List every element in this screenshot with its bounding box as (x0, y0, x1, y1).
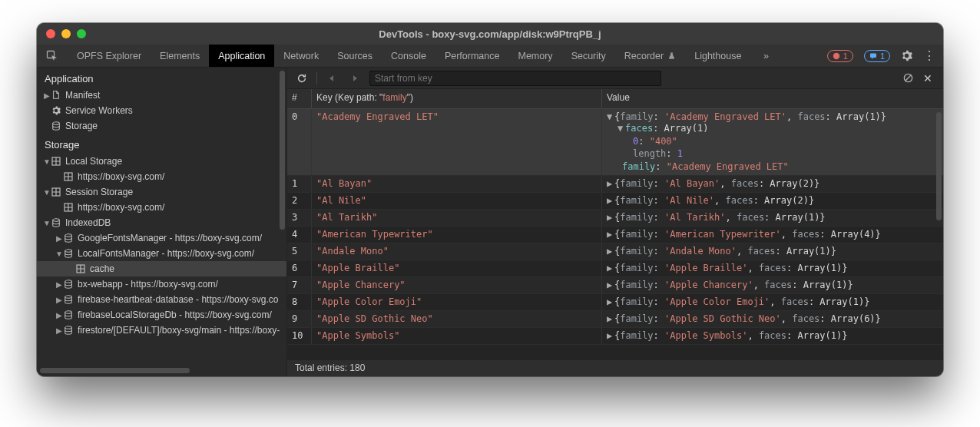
sidebar-footer (37, 362, 286, 376)
sidebar-item[interactable]: https://boxy-svg.com/ (37, 169, 286, 184)
chevron-right-icon[interactable]: ▶ (55, 280, 63, 289)
chevron-down-icon[interactable]: ▼ (43, 188, 51, 197)
tab-elements[interactable]: Elements (151, 45, 209, 67)
chevron-right-icon[interactable]: ▶ (55, 311, 63, 319)
sidebar-item-label: GoogleFontsManager - https://boxy-svg.co… (78, 233, 262, 243)
chevron-right-icon[interactable]: ▶ (55, 234, 63, 243)
chevron-right-icon[interactable]: ▶ (43, 91, 51, 100)
sidebar-item[interactable]: ▼Local Storage (37, 154, 286, 169)
grid-footer: Total entries: 180 (287, 359, 943, 376)
header-value[interactable]: Value (602, 89, 943, 108)
message-badge[interactable]: 1 (864, 50, 890, 62)
sidebar-item[interactable]: Service Workers (37, 103, 286, 118)
table-row[interactable]: 2"Al Nile"▶{family: 'Al Nile', faces: Ar… (287, 193, 943, 210)
row-value: ▶{family: 'American Typewriter', faces: … (602, 227, 943, 243)
sidebar-item[interactable]: https://boxy-svg.com/ (37, 200, 286, 215)
row-index: 8 (287, 294, 312, 310)
chevron-right-icon[interactable]: ▶ (55, 326, 63, 335)
sidebar-item[interactable]: ▼IndexedDB (37, 215, 286, 230)
prev-page-button[interactable] (323, 70, 340, 87)
content-pane: ✕ # Key (Key path: "family") Value 0"Aca… (287, 68, 943, 376)
total-entries-label: Total entries: 180 (295, 362, 365, 373)
row-value: ▶{family: 'Al Tarikh', faces: Array(1)} (602, 210, 943, 226)
header-key[interactable]: Key (Key path: "family") (312, 89, 602, 108)
tab-console[interactable]: Console (382, 45, 435, 67)
tab-network[interactable]: Network (274, 45, 328, 67)
chevron-down-icon[interactable]: ▼ (43, 219, 51, 227)
next-page-button[interactable] (346, 70, 363, 87)
svg-point-12 (65, 280, 72, 283)
main-area: Application▶ManifestService WorkersStora… (37, 68, 943, 376)
chevron-down-icon[interactable]: ▼ (55, 250, 63, 258)
row-index: 9 (287, 311, 312, 327)
delete-selected-button[interactable]: ✕ (923, 72, 932, 84)
db-icon (63, 279, 74, 290)
db-icon (51, 217, 61, 228)
tab-application[interactable]: Application (209, 45, 274, 67)
table-row[interactable]: 1"Al Bayan"▶{family: 'Al Bayan', faces: … (287, 176, 943, 193)
sidebar-item[interactable]: ▼LocalFontsManager - https://boxy-svg.co… (37, 246, 286, 261)
table-row[interactable]: 4"American Typewriter"▶{family: 'America… (287, 227, 943, 243)
table-row[interactable]: 0"Academy Engraved LET"▼{family: 'Academ… (287, 109, 943, 176)
table-row[interactable]: 7"Apple Chancery"▶{family: 'Apple Chance… (287, 277, 943, 294)
flask-icon (667, 51, 676, 60)
grid-icon (75, 263, 86, 274)
grid-icon (51, 156, 61, 167)
settings-button[interactable] (901, 50, 912, 61)
tab-memory[interactable]: Memory (508, 45, 561, 67)
tab-opfs-explorer[interactable]: OPFS Explorer (68, 45, 151, 67)
sidebar-item[interactable]: ▶firebase-heartbeat-database - https://b… (37, 292, 286, 307)
grid-scrollbar[interactable] (936, 112, 942, 220)
sidebar-item[interactable]: Storage (37, 118, 286, 134)
sidebar-item[interactable]: ▶bx-webapp - https://boxy-svg.com/ (37, 276, 286, 292)
idb-grid[interactable]: # Key (Key path: "family") Value 0"Acade… (287, 89, 943, 359)
start-from-key-input[interactable] (369, 71, 661, 86)
sidebar-heading: Storage (37, 134, 286, 154)
sidebar-item[interactable]: cache (37, 261, 286, 276)
devtools-window: DevTools - boxy-svg.com/app/disk:w9PtrqP… (37, 23, 943, 376)
row-key: "Apple SD Gothic Neo" (312, 311, 602, 327)
table-row[interactable]: 9"Apple SD Gothic Neo"▶{family: 'Apple S… (287, 311, 943, 328)
tab-lighthouse[interactable]: Lighthouse (685, 45, 750, 67)
row-value: ▶{family: 'Apple Symbols', faces: Array(… (602, 328, 943, 344)
tab-sources[interactable]: Sources (328, 45, 382, 67)
clear-object-store-button[interactable] (902, 72, 914, 84)
tab-performance[interactable]: Performance (435, 45, 509, 67)
table-row[interactable]: 5"Andale Mono"▶{family: 'Andale Mono', f… (287, 243, 943, 260)
svg-point-14 (65, 311, 72, 313)
sidebar-h-scrollbar[interactable] (40, 368, 190, 373)
table-row[interactable]: 3"Al Tarikh"▶{family: 'Al Tarikh', faces… (287, 210, 943, 227)
sidebar-scroll[interactable]: Application▶ManifestService WorkersStora… (37, 68, 286, 362)
sidebar-item[interactable]: ▶firestore/[DEFAULT]/boxy-svg/main - htt… (37, 323, 286, 338)
sidebar-item[interactable]: ▶Manifest (37, 88, 286, 103)
tab-recorder[interactable]: Recorder (615, 45, 685, 67)
row-key: "Al Tarikh" (312, 210, 602, 226)
chevron-down-icon[interactable]: ▼ (43, 157, 51, 166)
db-icon (63, 248, 74, 259)
tab-security[interactable]: Security (562, 45, 615, 67)
table-row[interactable]: 6"Apple Braille"▶{family: 'Apple Braille… (287, 260, 943, 277)
more-tabs-button[interactable]: » (750, 45, 781, 67)
table-row[interactable]: 10"Apple Symbols"▶{family: 'Apple Symbol… (287, 328, 943, 345)
db-icon (63, 294, 74, 305)
row-index: 0 (287, 109, 312, 175)
refresh-button[interactable] (293, 70, 310, 87)
row-key: "Apple Color Emoji" (312, 294, 602, 310)
kebab-menu-button[interactable]: ⋮ (923, 52, 935, 60)
svg-point-10 (65, 250, 72, 252)
db-icon (63, 309, 74, 320)
grid-icon (63, 202, 74, 213)
inspect-element-button[interactable] (37, 45, 68, 67)
header-num[interactable]: # (287, 89, 312, 108)
chevron-right-icon[interactable]: ▶ (55, 296, 63, 304)
svg-point-15 (65, 326, 72, 329)
sidebar-item-label: https://boxy-svg.com/ (78, 171, 164, 182)
sidebar-item[interactable]: ▶GoogleFontsManager - https://boxy-svg.c… (37, 230, 286, 246)
sidebar-item[interactable]: ▶firebaseLocalStorageDb - https://boxy-s… (37, 307, 286, 323)
sidebar-scrollbar[interactable] (280, 71, 285, 230)
sidebar-item[interactable]: ▼Session Storage (37, 184, 286, 200)
table-row[interactable]: 8"Apple Color Emoji"▶{family: 'Apple Col… (287, 294, 943, 311)
row-key: "American Typewriter" (312, 227, 602, 243)
error-badge[interactable]: 1 (827, 50, 853, 62)
row-value: ▶{family: 'Andale Mono', faces: Array(1)… (602, 243, 943, 260)
